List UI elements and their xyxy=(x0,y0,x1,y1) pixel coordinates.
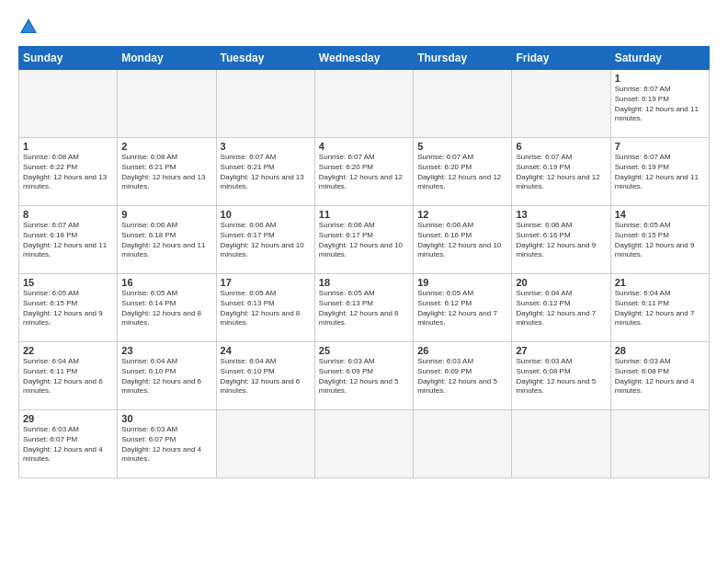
day-number: 11 xyxy=(319,209,409,220)
day-number: 21 xyxy=(615,277,705,288)
day-number: 9 xyxy=(121,209,211,220)
calendar-cell xyxy=(610,410,709,478)
header xyxy=(18,17,710,37)
calendar-cell: 24Sunrise: 6:04 AM Sunset: 6:10 PM Dayli… xyxy=(216,342,314,410)
calendar-cell xyxy=(118,70,216,138)
page: SundayMondayTuesdayWednesdayThursdayFrid… xyxy=(0,0,728,563)
day-detail: Sunrise: 6:03 AM Sunset: 6:09 PM Dayligh… xyxy=(319,357,409,396)
calendar-cell: 7Sunrise: 6:07 AM Sunset: 6:19 PM Daylig… xyxy=(610,138,709,206)
calendar-week-row: 1Sunrise: 6:08 AM Sunset: 6:22 PM Daylig… xyxy=(19,138,710,206)
calendar-cell xyxy=(19,70,118,138)
calendar-cell: 3Sunrise: 6:07 AM Sunset: 6:21 PM Daylig… xyxy=(216,138,314,206)
calendar-cell: 20Sunrise: 6:04 AM Sunset: 6:12 PM Dayli… xyxy=(512,274,610,342)
day-detail: Sunrise: 6:04 AM Sunset: 6:12 PM Dayligh… xyxy=(516,289,606,328)
day-number: 3 xyxy=(221,141,311,152)
day-detail: Sunrise: 6:03 AM Sunset: 6:08 PM Dayligh… xyxy=(516,357,606,396)
calendar-cell: 16Sunrise: 6:05 AM Sunset: 6:14 PM Dayli… xyxy=(118,274,216,342)
day-number: 29 xyxy=(23,413,113,424)
calendar-cell xyxy=(216,410,314,478)
day-number: 24 xyxy=(221,345,311,356)
calendar-cell: 19Sunrise: 6:05 AM Sunset: 6:12 PM Dayli… xyxy=(414,274,512,342)
day-detail: Sunrise: 6:07 AM Sunset: 6:18 PM Dayligh… xyxy=(23,221,113,260)
calendar-cell: 27Sunrise: 6:03 AM Sunset: 6:08 PM Dayli… xyxy=(512,342,610,410)
calendar-cell: 1Sunrise: 6:07 AM Sunset: 6:19 PM Daylig… xyxy=(610,70,709,138)
calendar-cell: 9Sunrise: 6:06 AM Sunset: 6:18 PM Daylig… xyxy=(118,206,216,274)
day-number: 27 xyxy=(516,345,606,356)
day-number: 23 xyxy=(121,345,211,356)
calendar-cell: 6Sunrise: 6:07 AM Sunset: 6:19 PM Daylig… xyxy=(512,138,610,206)
day-number: 19 xyxy=(417,277,507,288)
day-number: 30 xyxy=(121,413,211,424)
day-detail: Sunrise: 6:04 AM Sunset: 6:10 PM Dayligh… xyxy=(221,357,311,396)
calendar-cell: 22Sunrise: 6:04 AM Sunset: 6:11 PM Dayli… xyxy=(19,342,118,410)
day-detail: Sunrise: 6:06 AM Sunset: 6:18 PM Dayligh… xyxy=(121,221,211,260)
day-detail: Sunrise: 6:06 AM Sunset: 6:17 PM Dayligh… xyxy=(221,221,311,260)
calendar-header-wednesday: Wednesday xyxy=(314,47,413,70)
day-detail: Sunrise: 6:08 AM Sunset: 6:22 PM Dayligh… xyxy=(23,153,113,192)
day-number: 20 xyxy=(516,277,606,288)
day-detail: Sunrise: 6:05 AM Sunset: 6:14 PM Dayligh… xyxy=(121,289,211,328)
calendar-cell: 8Sunrise: 6:07 AM Sunset: 6:18 PM Daylig… xyxy=(19,206,118,274)
day-detail: Sunrise: 6:07 AM Sunset: 6:19 PM Dayligh… xyxy=(615,153,705,192)
calendar-header-monday: Monday xyxy=(118,47,216,70)
calendar-cell: 30Sunrise: 6:03 AM Sunset: 6:07 PM Dayli… xyxy=(118,410,216,478)
calendar-cell: 26Sunrise: 6:03 AM Sunset: 6:09 PM Dayli… xyxy=(414,342,512,410)
logo xyxy=(18,17,42,37)
day-number: 18 xyxy=(319,277,409,288)
logo-icon xyxy=(18,17,39,37)
day-detail: Sunrise: 6:04 AM Sunset: 6:11 PM Dayligh… xyxy=(615,289,705,328)
calendar-cell xyxy=(314,410,413,478)
calendar-cell: 13Sunrise: 6:06 AM Sunset: 6:16 PM Dayli… xyxy=(512,206,610,274)
day-detail: Sunrise: 6:05 AM Sunset: 6:13 PM Dayligh… xyxy=(221,289,311,328)
day-detail: Sunrise: 6:03 AM Sunset: 6:07 PM Dayligh… xyxy=(23,425,113,465)
day-number: 13 xyxy=(516,209,606,220)
calendar-header-tuesday: Tuesday xyxy=(216,47,314,70)
calendar-cell: 25Sunrise: 6:03 AM Sunset: 6:09 PM Dayli… xyxy=(314,342,413,410)
calendar-week-row: 15Sunrise: 6:05 AM Sunset: 6:15 PM Dayli… xyxy=(19,274,710,342)
day-detail: Sunrise: 6:06 AM Sunset: 6:16 PM Dayligh… xyxy=(516,221,606,260)
calendar-cell: 29Sunrise: 6:03 AM Sunset: 6:07 PM Dayli… xyxy=(19,410,118,478)
day-detail: Sunrise: 6:04 AM Sunset: 6:11 PM Dayligh… xyxy=(23,357,113,396)
calendar-cell: 23Sunrise: 6:04 AM Sunset: 6:10 PM Dayli… xyxy=(118,342,216,410)
day-number: 25 xyxy=(319,345,409,356)
day-number: 22 xyxy=(23,345,113,356)
day-detail: Sunrise: 6:03 AM Sunset: 6:08 PM Dayligh… xyxy=(615,357,705,396)
calendar-cell xyxy=(414,410,512,478)
day-number: 7 xyxy=(615,141,705,152)
day-detail: Sunrise: 6:06 AM Sunset: 6:16 PM Dayligh… xyxy=(417,221,507,260)
calendar-cell: 14Sunrise: 6:05 AM Sunset: 6:15 PM Dayli… xyxy=(610,206,709,274)
calendar-week-row: 1Sunrise: 6:07 AM Sunset: 6:19 PM Daylig… xyxy=(19,70,710,138)
calendar-header-sunday: Sunday xyxy=(19,47,118,70)
day-detail: Sunrise: 6:05 AM Sunset: 6:15 PM Dayligh… xyxy=(23,289,113,328)
calendar-week-row: 29Sunrise: 6:03 AM Sunset: 6:07 PM Dayli… xyxy=(19,410,710,478)
day-detail: Sunrise: 6:07 AM Sunset: 6:20 PM Dayligh… xyxy=(319,153,409,192)
day-detail: Sunrise: 6:07 AM Sunset: 6:21 PM Dayligh… xyxy=(221,153,311,192)
day-detail: Sunrise: 6:05 AM Sunset: 6:15 PM Dayligh… xyxy=(615,221,705,260)
calendar-header-saturday: Saturday xyxy=(610,47,709,70)
day-detail: Sunrise: 6:07 AM Sunset: 6:19 PM Dayligh… xyxy=(615,85,705,124)
calendar-cell xyxy=(414,70,512,138)
calendar-header-row: SundayMondayTuesdayWednesdayThursdayFrid… xyxy=(19,47,710,70)
day-number: 14 xyxy=(615,209,705,220)
day-number: 1 xyxy=(23,141,113,152)
day-number: 17 xyxy=(221,277,311,288)
day-number: 6 xyxy=(516,141,606,152)
day-detail: Sunrise: 6:07 AM Sunset: 6:20 PM Dayligh… xyxy=(417,153,507,192)
calendar-cell xyxy=(314,70,413,138)
calendar-cell: 4Sunrise: 6:07 AM Sunset: 6:20 PM Daylig… xyxy=(314,138,413,206)
day-detail: Sunrise: 6:05 AM Sunset: 6:13 PM Dayligh… xyxy=(319,289,409,328)
calendar-header-friday: Friday xyxy=(512,47,610,70)
calendar-cell: 28Sunrise: 6:03 AM Sunset: 6:08 PM Dayli… xyxy=(610,342,709,410)
calendar-cell: 11Sunrise: 6:06 AM Sunset: 6:17 PM Dayli… xyxy=(314,206,413,274)
calendar-cell: 21Sunrise: 6:04 AM Sunset: 6:11 PM Dayli… xyxy=(610,274,709,342)
day-number: 28 xyxy=(615,345,705,356)
calendar-cell: 15Sunrise: 6:05 AM Sunset: 6:15 PM Dayli… xyxy=(19,274,118,342)
calendar-cell xyxy=(216,70,314,138)
calendar-cell: 18Sunrise: 6:05 AM Sunset: 6:13 PM Dayli… xyxy=(314,274,413,342)
day-number: 8 xyxy=(23,209,113,220)
day-number: 2 xyxy=(121,141,211,152)
day-detail: Sunrise: 6:03 AM Sunset: 6:09 PM Dayligh… xyxy=(417,357,507,396)
day-detail: Sunrise: 6:07 AM Sunset: 6:19 PM Dayligh… xyxy=(516,153,606,192)
day-number: 10 xyxy=(221,209,311,220)
calendar-header-thursday: Thursday xyxy=(414,47,512,70)
